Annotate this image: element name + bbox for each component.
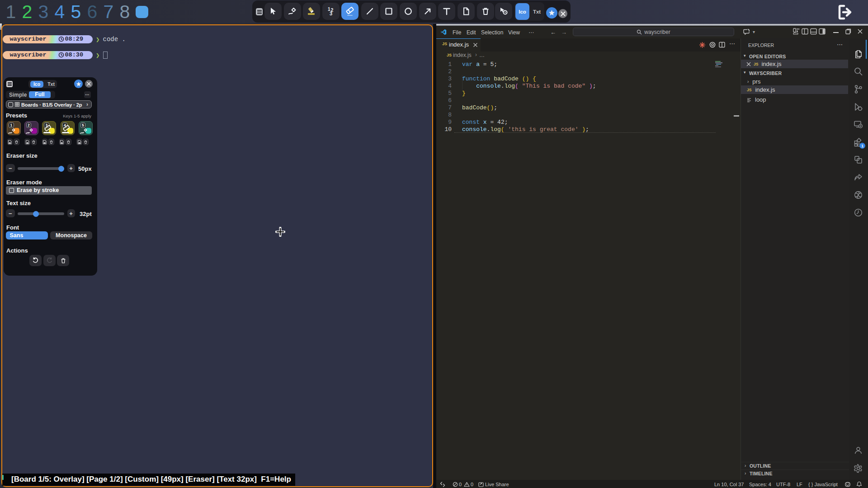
svg-text:3: 3 <box>330 11 332 16</box>
